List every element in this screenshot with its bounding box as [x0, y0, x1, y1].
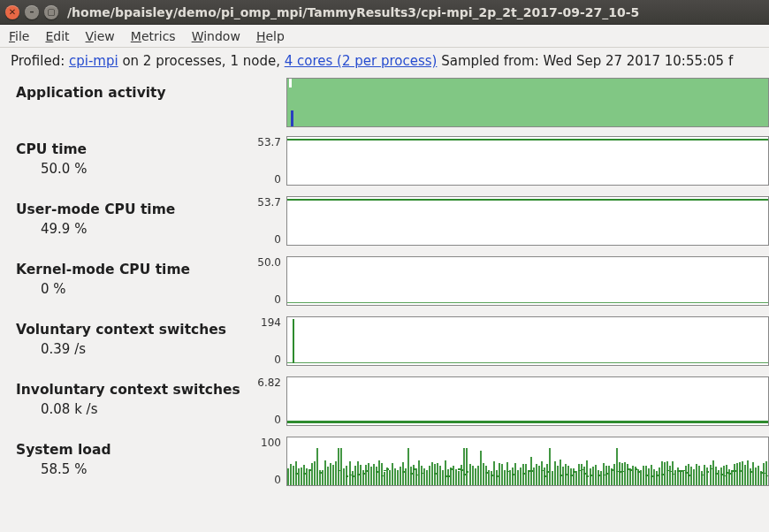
metric-value-kernel-cpu: 0 % — [16, 277, 249, 297]
cores-link[interactable]: 4 cores (2 per process) — [285, 53, 438, 69]
metric-value-sys-load: 58.5 % — [16, 458, 249, 477]
metric-value-user-cpu: 49.9 % — [16, 217, 249, 237]
chart-app-activity[interactable] — [286, 78, 769, 127]
chart-cpu-time[interactable] — [286, 136, 769, 186]
ylabel-user-min: 0 — [274, 233, 281, 246]
profiled-mid: on 2 processes, 1 node, — [118, 53, 285, 69]
chart-sys-load-bars — [287, 446, 768, 485]
menu-help-label: elp — [265, 29, 284, 43]
chart-user-line — [287, 199, 768, 201]
ylabel-load-max: 100 — [261, 437, 281, 449]
menubar: File Edit View Metrics Window Help — [0, 25, 769, 48]
sampled-value: Wed Sep 27 2017 10:55:05 f — [543, 53, 733, 69]
ylabel-kernel-max: 50.0 — [257, 256, 281, 269]
menu-file-label: ile — [15, 29, 29, 43]
chart-vol-ctx[interactable] — [286, 316, 769, 366]
metric-value-invol-ctx: 0.08 k /s — [16, 398, 249, 417]
metric-title-vol-ctx: Voluntary context switches — [16, 322, 249, 338]
profiled-link[interactable]: cpi-mpi — [69, 53, 118, 69]
chart-invol-noiseline — [287, 421, 768, 423]
profile-info-line: Profiled: cpi-mpi on 2 processes, 1 node… — [0, 48, 769, 74]
metric-title-kernel-cpu: Kernel-mode CPU time — [16, 262, 249, 277]
menu-help[interactable]: Help — [256, 29, 285, 43]
ylabel-cpu-min: 0 — [274, 173, 281, 186]
metric-title-app-activity: Application activity — [16, 85, 249, 101]
menu-view-label: iew — [94, 29, 115, 43]
ylabel-invol-max: 6.82 — [257, 376, 281, 389]
chart-vol-spike — [293, 319, 294, 363]
maximize-icon[interactable]: ▢ — [44, 5, 58, 19]
app-activity-blip-white — [289, 79, 292, 87]
window-title: /home/bpaisley/demo/pi_omp_mpi/TammyResu… — [67, 5, 639, 19]
menu-window-label: indow — [203, 29, 240, 43]
app-activity-blip-blue — [291, 110, 293, 126]
metric-title-user-cpu: User-mode CPU time — [16, 201, 249, 217]
chart-sys-load[interactable] — [286, 437, 769, 486]
metric-title-invol-ctx: Involuntary context switches — [16, 382, 249, 398]
menu-edit-label: dit — [53, 29, 69, 43]
metric-value-cpu-time: 50.0 % — [16, 157, 249, 177]
ylabel-cpu-max: 53.7 — [257, 136, 281, 148]
metric-title-cpu-time: CPU time — [16, 141, 249, 157]
minimize-icon[interactable]: – — [25, 5, 39, 19]
window-titlebar: ✕ – ▢ /home/bpaisley/demo/pi_omp_mpi/Tam… — [0, 0, 769, 25]
chart-invol-ctx[interactable] — [286, 376, 769, 426]
metric-title-sys-load: System load — [16, 442, 249, 458]
close-icon[interactable]: ✕ — [5, 5, 19, 19]
ylabel-kernel-min: 0 — [274, 293, 281, 306]
metric-value-vol-ctx: 0.39 /s — [16, 338, 249, 357]
ylabel-user-max: 53.7 — [257, 196, 281, 209]
menu-metrics-label: etrics — [141, 29, 176, 43]
sampled-label: Sampled from: — [437, 53, 543, 69]
chart-cpu-line — [287, 139, 768, 141]
profiled-prefix: Profiled: — [11, 53, 69, 69]
menu-edit[interactable]: Edit — [45, 29, 69, 43]
ylabel-vol-max: 194 — [261, 316, 281, 329]
menu-file[interactable]: File — [9, 29, 29, 43]
menu-metrics[interactable]: Metrics — [131, 29, 176, 43]
menu-window[interactable]: Window — [192, 29, 240, 43]
chart-user-cpu[interactable] — [286, 196, 769, 246]
ylabel-invol-min: 0 — [274, 414, 281, 426]
chart-kernel-line — [287, 302, 768, 303]
chart-vol-baseline — [287, 362, 768, 363]
ylabel-load-min: 0 — [274, 474, 281, 486]
chart-kernel-cpu[interactable] — [286, 256, 769, 306]
menu-view[interactable]: View — [86, 29, 115, 43]
ylabel-vol-min: 0 — [274, 353, 281, 366]
